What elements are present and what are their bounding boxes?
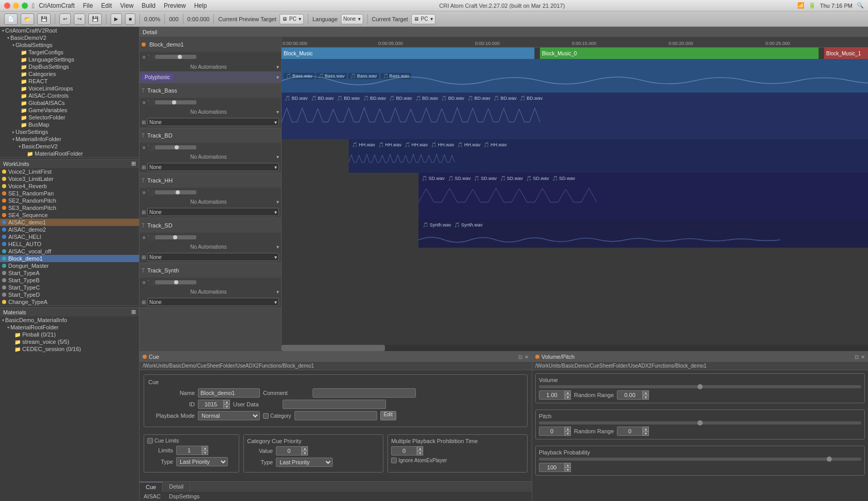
sd-selector-dropdown[interactable]: None ▾ (147, 253, 279, 261)
wu-aisac1[interactable]: AISAC_demo1 (0, 219, 139, 226)
tree-root[interactable]: ▾ CriAtomCraftV2Root (0, 27, 139, 34)
tree-materialrootfolder[interactable]: 📁 MaterialRootFolder (0, 150, 139, 157)
volume-up[interactable]: ▲ (565, 390, 571, 395)
menu-view[interactable]: View (120, 2, 134, 9)
wu-donguri[interactable]: Donguri_Master (0, 262, 139, 269)
menu-file[interactable]: File (83, 2, 92, 9)
wu-hell[interactable]: HELL_AUTO (0, 240, 139, 248)
hh-volume-slider[interactable] (155, 190, 196, 194)
volume-input[interactable] (539, 390, 565, 400)
wu-voice3[interactable]: Voice3_LimitLater (0, 175, 139, 183)
block-volume-slider[interactable] (155, 55, 196, 59)
volume-down[interactable]: ▼ (565, 395, 571, 400)
limits-input[interactable] (176, 446, 202, 455)
cue-userdata-input[interactable] (283, 400, 386, 409)
wu-start-b[interactable]: Start_TypeB (0, 277, 139, 284)
wu-se4[interactable]: SE4_Sequence (0, 211, 139, 219)
block-automation-chevron[interactable]: ▾ (276, 64, 279, 70)
workunits-expand-icon[interactable]: ⊞ (131, 160, 136, 167)
save-button[interactable]: 💾 (37, 13, 51, 25)
volume-random-up[interactable]: ▲ (643, 390, 649, 395)
preview-target-dropdown[interactable]: 🖥 PC ▾ (280, 14, 304, 24)
sd-auto-chevron[interactable]: ▾ (276, 244, 279, 250)
vp-panel-lock[interactable]: ⊡ (855, 354, 859, 360)
cue-name-input[interactable] (198, 388, 260, 398)
language-dropdown[interactable]: None ▾ (341, 14, 363, 24)
cat-value-input[interactable] (276, 446, 302, 456)
undo-button[interactable]: ↩ (59, 13, 71, 25)
multi-value-down[interactable]: ▼ (417, 451, 423, 456)
wu-se2[interactable]: SE2_RandomPitch (0, 197, 139, 204)
tree-targetconfigs[interactable]: 📁 TargetConfigs (0, 49, 139, 56)
wu-voice4[interactable]: Voice4_Reverb (0, 183, 139, 190)
pitch-down[interactable]: ▼ (565, 431, 571, 436)
minimize-button[interactable] (13, 3, 19, 9)
stop-button[interactable]: ■ (125, 13, 135, 25)
hh-selector-dropdown[interactable]: None ▾ (147, 208, 279, 216)
prob-up[interactable]: ▲ (565, 463, 571, 467)
menu-build[interactable]: Build (142, 2, 156, 9)
open-button[interactable]: 📂 (21, 13, 34, 25)
mat-pinball[interactable]: 📁 Pinball (0/21) (0, 331, 139, 338)
current-target-dropdown[interactable]: 🖥 PC ▾ (411, 14, 436, 24)
cue-id-input[interactable] (198, 400, 224, 409)
bd-volume-slider[interactable] (155, 145, 196, 149)
volume-random-input[interactable] (617, 390, 643, 400)
cue-panel-close[interactable]: ✕ (524, 354, 529, 360)
tree-usersettings[interactable]: ▸ UserSettings (0, 128, 139, 135)
pitch-input[interactable] (539, 427, 565, 436)
cat-type-select[interactable]: Last Priority (276, 458, 333, 467)
block-poly-chevron[interactable]: ▾ (276, 74, 279, 80)
cue-id-up[interactable]: ▲ (224, 400, 230, 404)
tree-gamevariables[interactable]: 📁 GameVariables (0, 107, 139, 114)
tree-busmap[interactable]: 📁 BusMap (0, 121, 139, 128)
menu-preview[interactable]: Preview (164, 2, 186, 9)
cue-category-edit-btn[interactable]: Edit (380, 411, 396, 420)
pitch-up[interactable]: ▲ (565, 427, 571, 431)
tab-cue[interactable]: Cue (140, 482, 163, 492)
hh-auto-chevron[interactable]: ▾ (276, 199, 279, 205)
cue-category-checkbox[interactable] (263, 413, 269, 419)
wu-voice2[interactable]: Voice2_LimitFirst (0, 168, 139, 175)
pitch-slider[interactable] (539, 421, 861, 424)
multi-value-up[interactable]: ▲ (417, 446, 423, 451)
tree-react[interactable]: 📁 REACT (0, 78, 139, 85)
tree-globalsettings[interactable]: ▾ GlobalSettings (0, 41, 139, 49)
sd-volume-slider[interactable] (155, 235, 196, 239)
bd-auto-chevron[interactable]: ▾ (276, 154, 279, 160)
menu-criatomcraft[interactable]: CriAtomCraft (39, 2, 74, 9)
timeline-scroll[interactable]: Block_Music Block_Music_0 Block_Music_1 … (282, 48, 868, 351)
cue-limits-checkbox[interactable] (147, 438, 153, 444)
wu-aisac2[interactable]: AISAC_demo2 (0, 226, 139, 233)
tree-dspbussettings[interactable]: 📁 DspBusSettings (0, 63, 139, 70)
wu-start-c[interactable]: Start_TypeC (0, 284, 139, 291)
synth-selector-dropdown[interactable]: None ▾ (147, 298, 279, 306)
tree-basicdemov2-2[interactable]: ▾ BasicDemoV2 (0, 143, 139, 150)
wu-se3[interactable]: SE3_RandomPitch (0, 204, 139, 211)
mat-basicdemo[interactable]: ▾ BasicDemo_MaterialInfo (0, 316, 139, 324)
cat-value-up[interactable]: ▲ (302, 446, 308, 451)
bd-selector-dropdown[interactable]: None ▾ (147, 163, 279, 171)
bass-selector-dropdown[interactable]: None ▾ (147, 118, 279, 126)
limits-down[interactable]: ▼ (202, 450, 208, 455)
mat-cedec[interactable]: 📁 CEDEC_session (0/16) (0, 345, 139, 353)
new-button[interactable]: 📄 (4, 13, 18, 25)
prob-input[interactable] (539, 463, 565, 472)
save-alt-button[interactable]: 💾 (88, 13, 102, 25)
tree-selectorfolder[interactable]: 📁 SelectorFolder (0, 114, 139, 121)
tree-materialinfofolder[interactable]: ▾ MaterialInfoFolder (0, 135, 139, 143)
cue-playback-select[interactable]: Normal (198, 411, 260, 420)
tree-languagesettings[interactable]: 📁 LanguageSettings (0, 56, 139, 63)
limits-up[interactable]: ▲ (202, 446, 208, 450)
menu-help[interactable]: Help (194, 2, 207, 9)
tree-globalaisacs[interactable]: 📁 GlobalAISACs (0, 99, 139, 107)
materials-expand-icon[interactable]: ⊞ (131, 309, 136, 315)
prob-slider[interactable] (539, 458, 861, 461)
wu-block-demo1[interactable]: Block_demo1 (0, 255, 139, 262)
tree-aisac-controls[interactable]: 📁 AISAC-Controls (0, 92, 139, 99)
cat-value-down[interactable]: ▼ (302, 451, 308, 456)
limits-type-select[interactable]: Last Priority (176, 457, 228, 466)
multi-value-input[interactable] (391, 446, 417, 456)
mat-materialroot[interactable]: ▾ MaterialRootFolder (0, 324, 139, 331)
maximize-button[interactable] (22, 3, 28, 9)
